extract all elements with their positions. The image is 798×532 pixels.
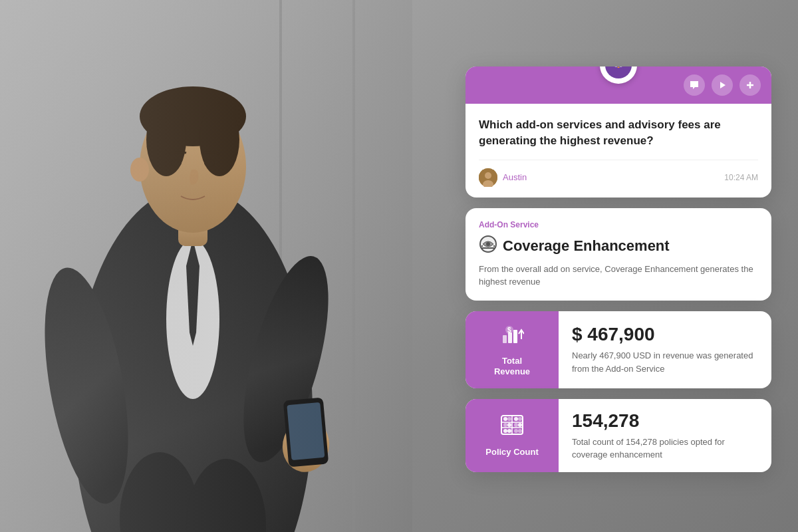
svg-point-53 — [503, 417, 507, 421]
service-card: Add-On Service Coverage Enhancement From… — [466, 208, 771, 301]
svg-point-55 — [514, 417, 518, 421]
svg-point-60 — [518, 423, 522, 427]
chat-footer: Austin 10:24 AM — [479, 160, 758, 187]
message-icon-btn[interactable] — [684, 74, 705, 96]
svg-point-36 — [485, 172, 491, 179]
plus-icon-btn[interactable] — [739, 74, 761, 96]
header-icons — [684, 74, 761, 96]
policy-count-label: Policy Count — [485, 447, 538, 458]
policy-count-desc: Total count of 154,278 policies opted fo… — [572, 436, 758, 462]
play-icon-btn[interactable] — [712, 74, 733, 96]
total-revenue-card: $ TotalRevenue $ 467,900 Nearly 467,900 … — [466, 311, 771, 389]
svg-point-39 — [486, 242, 490, 246]
svg-rect-47 — [513, 330, 517, 343]
svg-marker-32 — [720, 82, 726, 88]
total-revenue-label: TotalRevenue — [494, 356, 530, 378]
total-revenue-left: $ TotalRevenue — [466, 311, 559, 389]
svg-point-56 — [518, 417, 522, 421]
svg-point-64 — [518, 429, 522, 433]
svg-point-59 — [514, 423, 518, 427]
timestamp: 10:24 AM — [724, 173, 758, 182]
policy-count-left: Policy Count — [466, 399, 559, 472]
chat-body: Which add-on services and advisory fees … — [466, 104, 771, 198]
total-revenue-value: $ 467,900 — [572, 324, 758, 345]
svg-point-61 — [503, 429, 507, 433]
svg-point-58 — [507, 423, 511, 427]
owl-logo — [600, 66, 637, 84]
abacus-icon — [500, 413, 524, 442]
chat-question: Which add-on services and advisory fees … — [479, 117, 758, 149]
chat-header — [466, 66, 771, 104]
total-revenue-desc: Nearly 467,900 USD in revenue was genera… — [572, 349, 758, 375]
username: Austin — [503, 172, 527, 182]
avatar — [479, 168, 497, 187]
chat-card: Which add-on services and advisory fees … — [466, 66, 771, 198]
svg-rect-45 — [503, 335, 507, 343]
bar-chart-icon: $ — [500, 322, 524, 350]
total-revenue-right: $ 467,900 Nearly 467,900 USD in revenue … — [559, 311, 771, 389]
svg-point-57 — [503, 423, 507, 427]
svg-point-62 — [507, 429, 511, 433]
policy-count-card: Policy Count 154,278 Total count of 154,… — [466, 399, 771, 472]
policy-count-value: 154,278 — [572, 410, 758, 432]
owl-icon — [605, 66, 632, 78]
ui-panel: Which add-on services and advisory fees … — [466, 40, 771, 472]
person-image — [0, 0, 412, 532]
user-info: Austin — [479, 168, 527, 187]
policy-count-right: 154,278 Total count of 154,278 policies … — [559, 399, 771, 472]
service-label: Add-On Service — [479, 220, 758, 229]
service-title: Coverage Enhancement — [479, 235, 758, 257]
svg-rect-46 — [508, 332, 512, 343]
service-desc: From the overall add on service, Coverag… — [479, 263, 758, 289]
service-title-text: Coverage Enhancement — [503, 237, 670, 255]
svg-point-63 — [514, 429, 518, 433]
coverage-icon — [479, 235, 497, 257]
svg-point-54 — [507, 417, 511, 421]
